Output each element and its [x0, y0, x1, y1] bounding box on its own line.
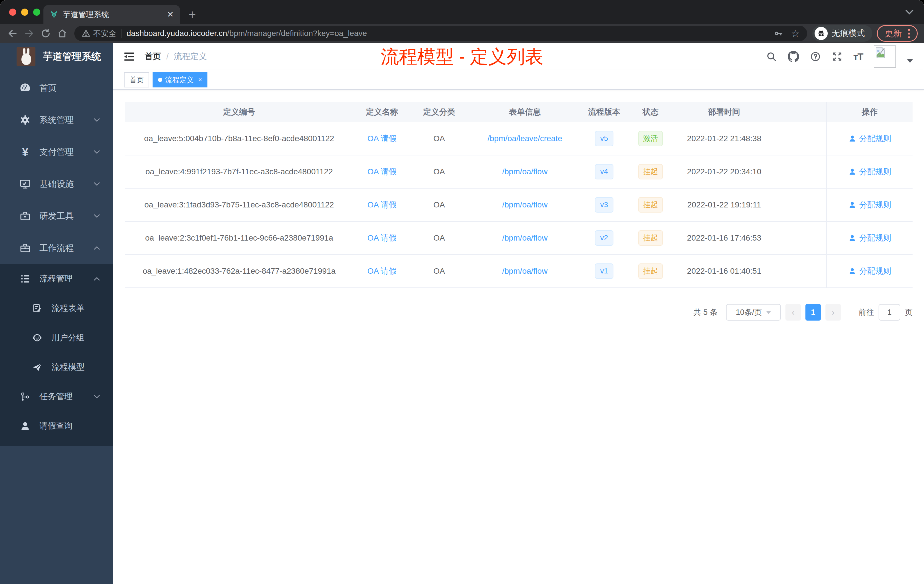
pagination-total: 共 5 条: [693, 307, 718, 317]
goto-page-input[interactable]: [879, 304, 900, 320]
minimize-window-button[interactable]: [21, 8, 28, 16]
assign-rule-link[interactable]: 分配规则: [848, 166, 891, 177]
sidebar-item-leave-query[interactable]: 请假查询: [0, 411, 113, 440]
sidebar-item-process-management[interactable]: 流程管理: [0, 264, 113, 294]
definition-name-link[interactable]: OA 请假: [353, 166, 411, 177]
breadcrumb-home[interactable]: 首页: [145, 51, 161, 62]
sidebar-item-task-management[interactable]: 任务管理: [0, 382, 113, 411]
sidebar-item-process-form[interactable]: 流程表单: [0, 294, 113, 323]
status-badge[interactable]: 挂起: [638, 264, 663, 279]
browser-menu-icon[interactable]: [908, 29, 910, 38]
search-icon[interactable]: [766, 51, 777, 62]
zoom-window-button[interactable]: [33, 8, 40, 16]
forward-icon[interactable]: [23, 27, 35, 40]
tab-close-icon[interactable]: ✕: [167, 11, 174, 18]
sidebar-item-label: 工作流程: [40, 242, 93, 254]
next-page-button[interactable]: ›: [825, 304, 841, 320]
password-key-icon[interactable]: [774, 28, 783, 38]
chevron-down-icon: [93, 213, 101, 219]
sidebar-item-dev-tools[interactable]: 研发工具: [0, 200, 113, 232]
form-link[interactable]: /bpm/oa/flow: [468, 167, 582, 176]
sidebar-item-label: 研发工具: [40, 210, 93, 222]
definition-name-link[interactable]: OA 请假: [353, 200, 411, 210]
incognito-icon: [815, 27, 828, 40]
sidebar-item-system[interactable]: 系统管理: [0, 104, 113, 136]
form-link[interactable]: /bpm/oa/flow: [468, 233, 582, 243]
assign-rule-link[interactable]: 分配规则: [848, 233, 891, 243]
form-link[interactable]: /bpm/oa/flow: [468, 267, 582, 276]
fullscreen-icon[interactable]: [832, 51, 843, 62]
version-tag[interactable]: v2: [595, 230, 614, 246]
toolbox-icon: [19, 210, 31, 222]
back-icon[interactable]: [6, 27, 19, 40]
form-link[interactable]: /bpm/oa/flow: [468, 200, 582, 210]
not-secure-warning-icon[interactable]: [82, 29, 90, 38]
definition-name-link[interactable]: OA 请假: [353, 266, 411, 277]
assign-rule-link[interactable]: 分配规则: [848, 133, 891, 144]
status-badge[interactable]: 挂起: [638, 164, 663, 179]
definition-id-cell: oa_leave:4:991f2193-7b7f-11ec-a3c8-acde4…: [125, 167, 353, 176]
deploy-time-cell: 2022-01-22 19:19:11: [675, 200, 774, 210]
sidebar-item-infrastructure[interactable]: 基础设施: [0, 168, 113, 200]
status-badge[interactable]: 挂起: [638, 230, 663, 246]
header-actions: тT: [766, 43, 913, 70]
close-window-button[interactable]: [9, 8, 16, 16]
not-secure-label[interactable]: 不安全: [93, 28, 116, 39]
table-row: oa_leave:2:3c1f0ef1-76b1-11ec-9c66-a2380…: [125, 222, 912, 255]
breadcrumb-current: 流程定义: [174, 51, 207, 62]
version-tag[interactable]: v3: [595, 197, 614, 212]
monitor-icon: [19, 178, 31, 190]
chevron-up-icon: [93, 246, 101, 251]
form-link[interactable]: /bpm/oa/leave/create: [468, 134, 582, 143]
prev-page-button[interactable]: ‹: [785, 304, 801, 320]
tag-home[interactable]: 首页: [124, 72, 149, 87]
avatar[interactable]: [874, 45, 896, 68]
home-icon[interactable]: [56, 27, 69, 40]
table-row: oa_leave:3:1fad3d93-7b75-11ec-a3c8-acde4…: [125, 188, 912, 222]
version-tag[interactable]: v5: [595, 131, 614, 146]
status-badge[interactable]: 挂起: [638, 197, 663, 212]
chevron-up-icon: [93, 276, 101, 281]
col-header-deploy-time: 部署时间: [675, 107, 774, 117]
browser-update-button[interactable]: 更新: [877, 25, 918, 42]
reload-icon[interactable]: [40, 27, 52, 40]
avatar-dropdown-caret-icon[interactable]: [907, 59, 913, 63]
assign-rule-link[interactable]: 分配规则: [848, 200, 891, 210]
new-tab-button[interactable]: +: [188, 6, 196, 23]
person-icon: [19, 421, 31, 431]
tab-search-chevron-icon[interactable]: [904, 8, 914, 15]
breadcrumb: 首页 / 流程定义: [145, 51, 207, 62]
sidebar-menu: 首页 系统管理 ¥ 支付管理: [0, 70, 113, 446]
version-tag[interactable]: v1: [595, 264, 614, 279]
sidebar-item-workflow[interactable]: 工作流程: [0, 232, 113, 264]
sidebar-fold-icon[interactable]: [124, 52, 135, 61]
sidebar-item-payment[interactable]: ¥ 支付管理: [0, 136, 113, 168]
sidebar-item-process-model[interactable]: 流程模型: [0, 352, 113, 382]
tag-close-icon[interactable]: ×: [198, 76, 202, 83]
current-page-button[interactable]: 1: [805, 304, 821, 320]
page-size-select[interactable]: 10条/页: [726, 304, 781, 320]
window-controls[interactable]: [9, 8, 40, 16]
assign-rule-link[interactable]: 分配规则: [848, 266, 891, 277]
definition-name-link[interactable]: OA 请假: [353, 233, 411, 243]
gear-icon: [19, 114, 31, 126]
dashboard-icon: [19, 82, 31, 94]
update-label[interactable]: 更新: [884, 28, 902, 40]
browser-tab-strip: 芋道管理系统 ✕ +: [0, 0, 924, 24]
status-badge[interactable]: 激活: [638, 131, 663, 146]
version-tag[interactable]: v4: [595, 164, 614, 179]
github-icon[interactable]: [788, 51, 799, 62]
category-cell: OA: [411, 267, 468, 276]
sidebar-logo[interactable]: 芋道管理系统: [0, 43, 113, 70]
help-icon[interactable]: [810, 51, 821, 62]
browser-tab[interactable]: 芋道管理系统 ✕: [43, 5, 180, 24]
col-header-action: 操作: [826, 102, 912, 122]
definition-name-link[interactable]: OA 请假: [353, 133, 411, 144]
tag-process-definition[interactable]: 流程定义 ×: [153, 72, 208, 87]
sidebar-item-home[interactable]: 首页: [0, 72, 113, 104]
sidebar-item-user-group[interactable]: 用户分组: [0, 323, 113, 352]
font-size-icon[interactable]: тT: [853, 51, 863, 62]
incognito-label: 无痕模式: [832, 28, 865, 39]
url-bar[interactable]: 不安全 dashboard.yudao.iocoder.cn/bpm/manag…: [74, 26, 807, 41]
bookmark-star-icon[interactable]: ☆: [791, 28, 800, 38]
